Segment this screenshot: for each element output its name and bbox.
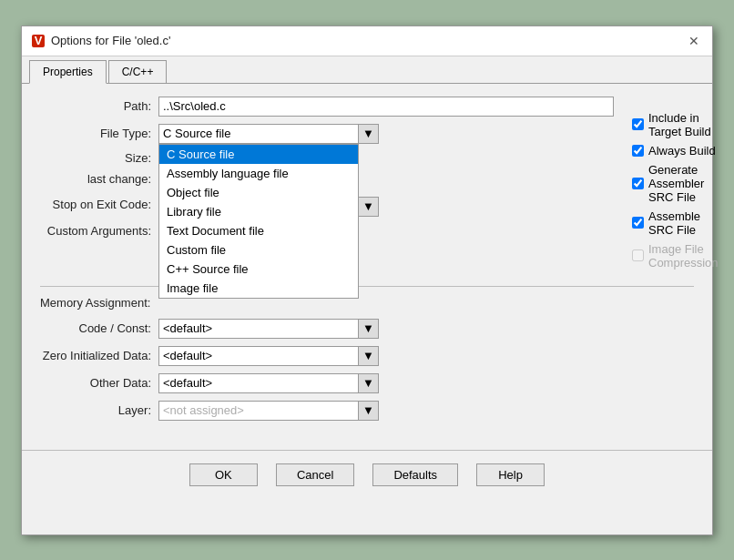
image-compression-checkbox[interactable] <box>632 249 644 261</box>
main-layout: Path: File Type: C Source file ▼ C Sourc… <box>40 97 694 270</box>
close-button[interactable]: ✕ <box>685 32 703 50</box>
code-const-label: Code / Const: <box>40 321 158 335</box>
stop-exit-label: Stop on Exit Code: <box>40 198 158 211</box>
dialog-title: Options for File 'oled.c' <box>51 34 170 47</box>
assemble-src-label: Assemble SRC File <box>648 209 719 237</box>
right-column: Include in Target Build Always Build Gen… <box>632 97 719 270</box>
file-type-row: File Type: C Source file ▼ C Source file… <box>40 124 614 144</box>
file-type-list: C Source file Assembly language file Obj… <box>158 144 359 299</box>
custom-args-label: Custom Arguments: <box>40 224 158 238</box>
layer-label: Layer: <box>40 403 158 417</box>
file-type-value[interactable]: C Source file <box>158 124 359 144</box>
file-type-arrow[interactable]: ▼ <box>359 124 379 144</box>
checkbox-include: Include in Target Build <box>632 111 719 138</box>
checkbox-image-compression: Image File Compression <box>632 242 719 270</box>
path-input[interactable] <box>158 97 614 117</box>
zero-init-label: Zero Initialized Data: <box>40 349 158 362</box>
title-bar-left: V Options for File 'oled.c' <box>31 34 170 48</box>
file-type-option-2[interactable]: Object file <box>159 183 358 202</box>
zero-init-arrow[interactable]: ▼ <box>359 346 379 366</box>
path-label: Path: <box>40 99 158 113</box>
code-const-row: Code / Const: <default> ▼ <box>40 319 694 339</box>
zero-init-dropdown[interactable]: <default> ▼ <box>158 346 379 366</box>
last-change-label: last change: <box>40 172 158 186</box>
checkbox-assemble-src: Assemble SRC File <box>632 209 719 237</box>
other-data-arrow[interactable]: ▼ <box>359 373 379 393</box>
file-type-option-1[interactable]: Assembly language file <box>159 164 358 183</box>
include-target-label: Include in Target Build <box>648 111 719 138</box>
cancel-button[interactable]: Cancel <box>276 463 354 486</box>
file-type-option-0[interactable]: C Source file <box>159 145 358 164</box>
generate-asm-label: Generate Assembler SRC File <box>648 163 719 204</box>
defaults-button[interactable]: Defaults <box>372 463 458 486</box>
file-type-option-4[interactable]: Text Document file <box>159 221 358 240</box>
svg-text:V: V <box>35 34 43 47</box>
other-data-dropdown[interactable]: <default> ▼ <box>158 373 379 393</box>
file-type-dropdown[interactable]: C Source file ▼ C Source file Assembly l… <box>158 124 379 144</box>
other-data-row: Other Data: <default> ▼ <box>40 373 694 393</box>
title-bar: V Options for File 'oled.c' ✕ <box>22 26 712 56</box>
tab-cpp[interactable]: C/C++ <box>108 60 168 83</box>
memory-section: Memory Assignment: Code / Const: <defaul… <box>40 286 694 421</box>
file-type-label: File Type: <box>40 127 158 140</box>
other-data-label: Other Data: <box>40 376 158 390</box>
checkbox-always-build: Always Build <box>632 144 719 158</box>
always-build-label: Always Build <box>648 144 716 158</box>
checkbox-generate-asm: Generate Assembler SRC File <box>632 163 719 204</box>
code-const-value[interactable]: <default> <box>158 319 359 339</box>
layer-value[interactable]: <not assigned> <box>158 401 359 421</box>
help-button[interactable]: Help <box>476 463 545 486</box>
zero-init-value[interactable]: <default> <box>158 346 359 366</box>
zero-init-row: Zero Initialized Data: <default> ▼ <box>40 346 694 366</box>
left-column: Path: File Type: C Source file ▼ C Sourc… <box>40 97 614 270</box>
file-type-option-6[interactable]: C++ Source file <box>159 260 358 279</box>
file-type-option-7[interactable]: Image file <box>159 279 358 298</box>
path-row: Path: <box>40 97 614 117</box>
dialog: V Options for File 'oled.c' ✕ Properties… <box>21 25 713 535</box>
memory-title: Memory Assignment: <box>40 296 694 310</box>
layer-arrow[interactable]: ▼ <box>359 401 379 421</box>
code-const-dropdown[interactable]: <default> ▼ <box>158 319 379 339</box>
other-data-value[interactable]: <default> <box>158 373 359 393</box>
app-icon: V <box>31 34 46 48</box>
layer-row: Layer: <not assigned> ▼ <box>40 401 694 421</box>
stop-exit-arrow[interactable]: ▼ <box>359 197 379 217</box>
layer-dropdown[interactable]: <not assigned> ▼ <box>158 401 379 421</box>
code-const-arrow[interactable]: ▼ <box>359 319 379 339</box>
file-type-option-3[interactable]: Library file <box>159 202 358 221</box>
always-build-checkbox[interactable] <box>632 145 644 157</box>
include-target-checkbox[interactable] <box>632 118 644 130</box>
image-compression-label: Image File Compression <box>648 242 719 270</box>
dialog-content: Path: File Type: C Source file ▼ C Sourc… <box>22 84 712 441</box>
size-label: Size: <box>40 151 158 165</box>
tab-properties[interactable]: Properties <box>29 60 107 84</box>
file-type-option-5[interactable]: Custom file <box>159 240 358 260</box>
tab-bar: Properties C/C++ <box>22 56 712 84</box>
generate-asm-checkbox[interactable] <box>632 178 644 189</box>
ok-button[interactable]: OK <box>189 463 258 486</box>
assemble-src-checkbox[interactable] <box>632 217 644 229</box>
button-bar: OK Cancel Defaults Help <box>22 450 712 499</box>
